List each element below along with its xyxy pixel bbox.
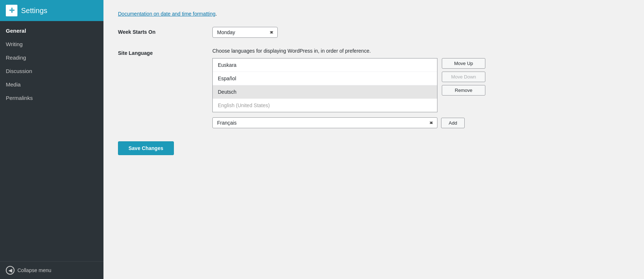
lang-list-container: Euskara Español Deutsch English (United … [212, 58, 629, 112]
lang-select-wrapper: Français Deutsch Español Euskara English… [212, 117, 437, 128]
sidebar-item-permalinks[interactable]: Permalinks [0, 91, 103, 105]
wordpress-icon: ✛ [6, 5, 17, 16]
sidebar-item-media[interactable]: Media [0, 78, 103, 91]
collapse-icon: ◀ [6, 266, 15, 275]
list-item[interactable]: Deutsch [213, 85, 437, 99]
week-starts-label: Week Starts On [118, 27, 198, 35]
doc-link[interactable]: Documentation on date and time formattin… [118, 11, 216, 17]
list-item[interactable]: Español [213, 72, 437, 85]
lang-add-select[interactable]: Français Deutsch Español Euskara English… [212, 117, 437, 128]
lang-add-row: Français Deutsch Español Euskara English… [212, 117, 629, 128]
remove-button[interactable]: Remove [442, 85, 485, 96]
sidebar-nav: General Writing Reading Discussion Media… [0, 21, 103, 261]
save-changes-button[interactable]: Save Changes [118, 141, 174, 155]
sidebar-item-general[interactable]: General [0, 24, 103, 37]
sidebar: ✛ Settings General Writing Reading Discu… [0, 0, 103, 279]
lang-list: Euskara Español Deutsch English (United … [212, 58, 437, 112]
doc-link-container: Documentation on date and time formattin… [118, 11, 629, 17]
main-content: Documentation on date and time formattin… [103, 0, 644, 279]
site-language-row: Site Language Choose languages for displ… [118, 48, 629, 128]
add-language-button[interactable]: Add [441, 118, 465, 128]
sidebar-item-writing[interactable]: Writing [0, 37, 103, 51]
sidebar-title: Settings [21, 7, 47, 15]
list-item[interactable]: Euskara [213, 58, 437, 72]
sidebar-header: ✛ Settings [0, 0, 103, 21]
move-up-button[interactable]: Move Up [442, 58, 485, 69]
week-starts-row: Week Starts On Sunday Monday Tuesday Wed… [118, 27, 629, 38]
sidebar-item-discussion[interactable]: Discussion [0, 64, 103, 78]
move-down-button[interactable]: Move Down [442, 72, 485, 82]
week-starts-control: Sunday Monday Tuesday Wednesday Thursday… [212, 27, 629, 38]
form-section: Week Starts On Sunday Monday Tuesday Wed… [118, 27, 629, 128]
week-starts-select[interactable]: Sunday Monday Tuesday Wednesday Thursday… [212, 27, 278, 38]
lang-description: Choose languages for displaying WordPres… [212, 48, 629, 54]
sidebar-item-reading[interactable]: Reading [0, 51, 103, 64]
site-language-control: Choose languages for displaying WordPres… [212, 48, 629, 128]
site-language-label: Site Language [118, 48, 198, 56]
doc-link-suffix: . [216, 11, 217, 17]
list-item[interactable]: English (United States) [213, 99, 437, 112]
collapse-menu[interactable]: ◀ Collapse menu [0, 261, 103, 279]
collapse-label: Collapse menu [17, 267, 51, 273]
save-section: Save Changes [118, 141, 629, 155]
lang-buttons: Move Up Move Down Remove [442, 58, 485, 96]
